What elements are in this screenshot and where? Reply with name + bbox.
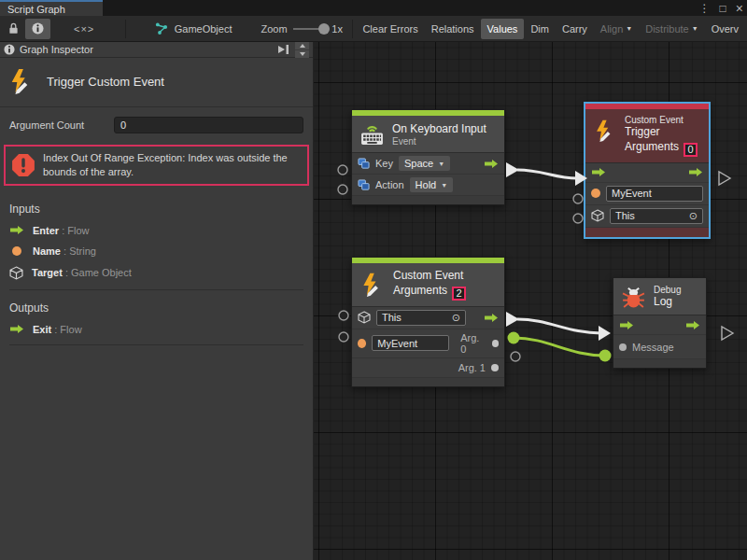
inspector-header: Graph Inspector: [0, 42, 313, 58]
graph-inspector-panel: Graph Inspector Trigger Custom Event Arg…: [0, 42, 314, 560]
node-footer: [352, 378, 504, 386]
port-name: Name: [33, 245, 61, 257]
argument-count-input[interactable]: 0: [114, 117, 303, 133]
error-message-box: Index Out Of Range Exception: Index was …: [4, 145, 309, 186]
target-value: This: [615, 210, 635, 221]
wire-arguments-to-debug[interactable]: [517, 319, 601, 333]
node-header: Debug Log: [613, 278, 706, 315]
loose-port[interactable]: [573, 194, 583, 203]
window-controls: ⋮ □ ×: [699, 0, 743, 16]
key-dropdown[interactable]: Space ▼: [399, 156, 450, 171]
node-subtitle: Event: [392, 136, 486, 147]
clear-errors-button[interactable]: Clear Errors: [356, 19, 424, 39]
target-value: This: [382, 312, 402, 323]
flow-out-port[interactable]: [484, 313, 499, 323]
values-label: Values: [487, 23, 518, 35]
loose-port[interactable]: [511, 352, 520, 361]
key-value: Space: [404, 158, 433, 169]
arguments-value-badge[interactable]: 0: [684, 143, 698, 157]
overview-button[interactable]: Overv: [705, 19, 745, 39]
loose-port[interactable]: [339, 311, 348, 320]
event-name-field[interactable]: MyEvent: [372, 335, 449, 351]
gameobject-breadcrumb[interactable]: GameObject: [148, 19, 239, 39]
port-type: : Flow: [62, 225, 89, 236]
node-trigger-custom-event[interactable]: Custom Event Trigger Arguments0 MyEvent: [584, 102, 711, 239]
message-port[interactable]: [619, 343, 627, 351]
wire-start-arrow[interactable]: [506, 162, 519, 177]
divider: [9, 344, 303, 345]
clear-errors-label: Clear Errors: [362, 23, 417, 35]
relations-button[interactable]: Relations: [425, 19, 481, 39]
node-header: Custom Event Trigger Arguments0: [585, 109, 709, 163]
gameobject-label: GameObject: [175, 23, 233, 35]
cube-icon: [9, 266, 23, 280]
target-field[interactable]: This ⊙: [376, 310, 466, 326]
code-icon: <×>: [74, 23, 94, 35]
bug-icon: [621, 284, 646, 309]
node-title: On Keyboard Input: [392, 122, 486, 135]
event-name-row: MyEvent: [585, 183, 709, 205]
flow-in-port[interactable]: [591, 167, 606, 177]
keyboard-event-icon: [359, 121, 385, 147]
flow-out-port[interactable]: [685, 320, 700, 330]
inspector-toggle-button[interactable]: [25, 19, 50, 39]
dock-panel-icon[interactable]: [277, 44, 290, 55]
node-on-keyboard-input[interactable]: On Keyboard Input Event Key Space ▼ Acti…: [351, 109, 505, 205]
outputs-header: Outputs: [9, 301, 303, 315]
zoom-slider-handle[interactable]: [318, 23, 330, 35]
arguments-value-badge[interactable]: 2: [452, 287, 466, 301]
target-field[interactable]: This ⊙: [610, 208, 703, 224]
flow-out-port[interactable]: [484, 159, 499, 169]
align-button[interactable]: Align ▼: [594, 19, 639, 39]
tab-script-graph[interactable]: Script Graph: [0, 0, 103, 16]
action-label: Action: [375, 179, 404, 190]
zoom-slider[interactable]: [293, 28, 327, 30]
lock-button[interactable]: [2, 19, 25, 39]
outputs-section: Outputs Exit : Flow: [0, 294, 313, 349]
inputs-section: Inputs Enter : Flow Name : String Target…: [0, 195, 313, 294]
variable-icon: [358, 179, 370, 191]
node-debug-log[interactable]: Debug Log Message: [613, 277, 707, 369]
wire-green-endpoint[interactable]: [508, 332, 520, 344]
wire-arg0-to-message[interactable]: [514, 338, 605, 356]
code-preview-button[interactable]: <×>: [67, 19, 101, 39]
menu-kebab-icon[interactable]: ⋮: [699, 2, 711, 15]
argument-count-label: Argument Count: [9, 119, 114, 131]
event-name-field[interactable]: MyEvent: [606, 186, 703, 202]
values-button[interactable]: Values: [481, 19, 525, 39]
chevron-down-icon: ▼: [438, 161, 444, 167]
string-port-icon: [358, 339, 366, 348]
carry-button[interactable]: Carry: [556, 19, 594, 39]
action-dropdown[interactable]: Hold ▼: [410, 177, 454, 192]
list-item: Enter : Flow: [9, 225, 303, 236]
node-title: Trigger: [625, 125, 698, 138]
arg0-port[interactable]: [492, 340, 499, 347]
flow-in-port[interactable]: [619, 320, 634, 330]
wire-start-arrow[interactable]: [506, 312, 519, 327]
node-custom-event-arguments[interactable]: Custom Event Arguments2 This ⊙ MyEve: [351, 257, 505, 387]
target-row: This ⊙: [352, 307, 504, 329]
dim-button[interactable]: Dim: [524, 19, 556, 39]
chevron-down-icon: ▼: [441, 182, 447, 189]
node-category: Custom Event: [625, 115, 698, 125]
spin-down-button[interactable]: [295, 50, 309, 58]
loose-port[interactable]: [338, 165, 347, 175]
triangle-up-icon: [300, 44, 305, 48]
distribute-button[interactable]: Distribute ▼: [639, 19, 704, 39]
close-icon[interactable]: ×: [736, 1, 743, 16]
object-picker-icon[interactable]: ⊙: [452, 312, 460, 324]
loose-port[interactable]: [573, 214, 583, 223]
spin-up-button[interactable]: [295, 42, 309, 49]
target-row: This ⊙: [585, 205, 709, 228]
loose-port[interactable]: [338, 185, 347, 194]
object-picker-icon[interactable]: ⊙: [689, 210, 698, 222]
flow-continuation-icon: [719, 172, 730, 185]
loose-port[interactable]: [339, 332, 348, 342]
wire-green-endpoint[interactable]: [599, 350, 612, 362]
flow-out-port[interactable]: [688, 167, 703, 177]
maximize-icon[interactable]: □: [720, 2, 726, 15]
arg1-port[interactable]: [491, 364, 499, 371]
node-title: Log: [654, 295, 681, 308]
graph-canvas[interactable]: On Keyboard Input Event Key Space ▼ Acti…: [314, 42, 747, 560]
wire-keyboard-to-trigger[interactable]: [517, 170, 577, 178]
